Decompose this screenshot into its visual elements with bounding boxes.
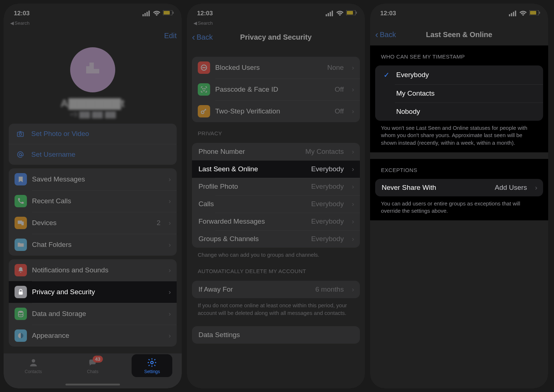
chevron-right-icon: › — [169, 241, 171, 249]
row-label: If Away For — [198, 285, 310, 293]
chevron-right-icon: › — [352, 85, 354, 93]
profile-header: A▇▇▇▇▇▇t +9 ▇▇ ▇▇ ▇▇ — [4, 45, 182, 120]
chevron-right-icon: › — [169, 175, 171, 183]
chevron-right-icon: › — [169, 332, 171, 340]
nav-bar: ‹ Back Last Seen & Online — [370, 26, 548, 45]
cellular-icon — [142, 9, 150, 17]
groups-row[interactable]: Groups & Channels Everybody › — [192, 230, 360, 248]
cellular-icon — [326, 9, 334, 17]
forwarded-row[interactable]: Forwarded Messages Everybody › — [192, 213, 360, 230]
tab-contacts[interactable]: Contacts — [15, 357, 52, 374]
chevron-right-icon: › — [352, 165, 354, 173]
svg-rect-18 — [328, 13, 329, 16]
chevron-left-icon: ‹ — [192, 32, 195, 43]
recent-calls-row[interactable]: Recent Calls › — [9, 190, 177, 212]
row-label: Two-Step Verification — [215, 107, 330, 115]
chat-folders-row[interactable]: Chat Folders › — [9, 234, 177, 256]
svg-point-9 — [19, 153, 21, 156]
bell-icon — [15, 264, 27, 276]
row-value: Everybody — [311, 165, 344, 173]
exceptions-header: EXCEPTIONS — [370, 159, 548, 176]
svg-rect-3 — [149, 11, 150, 16]
page-title: Privacy and Security — [187, 33, 365, 41]
battery-icon — [163, 10, 174, 17]
back-button[interactable]: ‹ Back — [375, 29, 396, 40]
chats-badge: 43 — [93, 356, 103, 363]
tab-chats[interactable]: 43 Chats — [75, 357, 111, 374]
appearance-row[interactable]: Appearance › — [9, 325, 177, 347]
option-my-contacts[interactable]: My Contacts — [375, 84, 543, 103]
svg-rect-34 — [530, 11, 536, 15]
option-label: Nobody — [396, 108, 537, 116]
if-away-row[interactable]: If Away For 6 months › — [192, 281, 360, 298]
cellular-icon — [509, 9, 517, 17]
chevron-right-icon: › — [169, 310, 171, 318]
chevron-right-icon: › — [535, 184, 537, 192]
nav-bar: Edit — [4, 29, 182, 45]
status-bar: 12:03 — [187, 4, 365, 20]
phone-number-row[interactable]: Phone Number My Contacts › — [192, 143, 360, 160]
data-storage-row[interactable]: Data and Storage › — [9, 303, 177, 325]
blocked-users-row[interactable]: Blocked Users None › — [192, 57, 360, 79]
back-button[interactable]: ‹ Back — [192, 32, 213, 43]
who-can-see-section: ✓ Everybody My Contacts Nobody — [375, 65, 543, 121]
edit-button[interactable]: Edit — [164, 32, 177, 40]
privacy-header: PRIVACY — [187, 122, 365, 139]
battery-icon — [529, 10, 540, 17]
option-nobody[interactable]: Nobody — [375, 103, 543, 121]
security-section: Blocked Users None › Passcode & Face ID … — [192, 57, 360, 122]
saved-messages-row[interactable]: Saved Messages › — [9, 168, 177, 190]
last-seen-row[interactable]: Last Seen & Online Everybody › — [192, 160, 360, 178]
notifications-row[interactable]: Notifications and Sounds › — [9, 259, 177, 281]
calls-row[interactable]: Calls Everybody › — [192, 195, 360, 213]
exceptions-block: EXCEPTIONS Never Share With Add Users › … — [370, 159, 548, 221]
wifi-icon — [153, 9, 161, 17]
who-can-see-header: WHO CAN SEE MY TIMESTAMP — [370, 45, 548, 63]
svg-rect-30 — [511, 13, 512, 16]
home-indicator[interactable] — [65, 384, 120, 385]
row-label: Appearance — [32, 332, 161, 340]
breadcrumb[interactable]: ◀ Search — [4, 20, 182, 29]
settings-screen: 12:03 ◀ Search Edit A▇▇▇▇▇▇t +9 ▇▇ ▇▇ ▇▇… — [4, 4, 182, 388]
svg-rect-0 — [142, 14, 144, 16]
status-time: 12:03 — [197, 10, 213, 17]
devices-icon — [15, 217, 27, 229]
option-everybody[interactable]: ✓ Everybody — [375, 65, 543, 84]
breadcrumb[interactable]: ◀ Search — [187, 20, 365, 29]
auto-delete-header: AUTOMATICALLY DELETE MY ACCOUNT — [187, 260, 365, 277]
status-indicators — [142, 9, 174, 17]
checkmark-icon: ✓ — [382, 71, 391, 79]
general-section: Saved Messages › Recent Calls › Devices … — [9, 168, 177, 256]
passcode-row[interactable]: Passcode & Face ID Off › — [192, 79, 360, 100]
row-value: 2 — [157, 219, 161, 227]
data-settings-row[interactable]: Data Settings — [192, 326, 360, 344]
privacy-footer: Change who can add you to groups and cha… — [187, 248, 365, 260]
chevron-right-icon: › — [352, 107, 354, 115]
svg-rect-29 — [509, 14, 510, 16]
set-photo-label: Set Photo or Video — [31, 130, 89, 138]
set-photo-button[interactable]: Set Photo or Video — [9, 124, 177, 144]
profile-photo-row[interactable]: Profile Photo Everybody › — [192, 178, 360, 195]
svg-point-28 — [201, 111, 204, 113]
status-indicators — [326, 9, 357, 17]
never-share-row[interactable]: Never Share With Add Users › — [375, 179, 543, 196]
data-settings-section: Data Settings — [192, 326, 360, 344]
two-step-row[interactable]: Two-Step Verification Off › — [192, 100, 360, 122]
appearance-icon — [15, 329, 27, 342]
chevron-right-icon: › — [352, 64, 354, 72]
nav-bar: ‹ Back Privacy and Security — [187, 29, 365, 48]
battery-icon — [346, 10, 357, 17]
settings-section: Notifications and Sounds › Privacy and S… — [9, 259, 177, 347]
row-label: Passcode & Face ID — [215, 85, 330, 93]
avatar[interactable] — [70, 47, 115, 92]
tab-settings[interactable]: Settings — [134, 357, 170, 374]
tab-label: Settings — [144, 369, 160, 374]
last-seen-screen: 12:03 ‹ Back Last Seen & Online WHO CAN … — [370, 4, 548, 388]
chevron-right-icon: › — [352, 183, 354, 191]
devices-row[interactable]: Devices 2 › — [9, 212, 177, 234]
set-username-button[interactable]: Set Username — [9, 144, 177, 165]
row-label: Data Settings — [198, 331, 354, 339]
svg-rect-22 — [347, 11, 353, 15]
privacy-security-row[interactable]: Privacy and Security › — [9, 281, 177, 303]
svg-rect-6 — [173, 12, 174, 14]
